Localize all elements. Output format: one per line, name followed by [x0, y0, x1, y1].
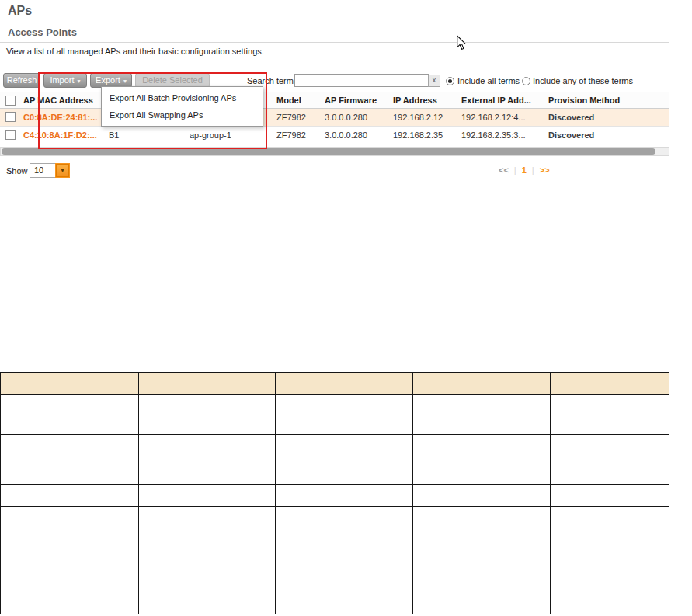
include-any-terms-radio[interactable]: [522, 77, 530, 85]
select-all-checkbox[interactable]: [5, 96, 16, 106]
cell-ap-mac[interactable]: C4:10:8A:1F:D2:...: [23, 131, 97, 140]
refresh-button[interactable]: Refresh: [3, 73, 40, 88]
pager-current-page[interactable]: 1: [522, 165, 527, 175]
empty-header-cell: [1, 373, 139, 395]
page-size-value: 10: [34, 165, 43, 175]
chevron-down-icon: ▾: [78, 78, 81, 85]
cell-model: ZF7982: [276, 113, 306, 122]
empty-header-cell: [139, 373, 276, 395]
pager-last-button[interactable]: >>: [540, 165, 550, 175]
include-all-terms-radio[interactable]: [446, 77, 454, 85]
empty-cell: [1, 485, 139, 507]
empty-cell: [551, 435, 669, 485]
row-checkbox[interactable]: [5, 130, 16, 140]
cell-ip-address: 192.168.2.12: [393, 113, 443, 122]
empty-table: [0, 372, 669, 614]
import-button-label: Import: [50, 75, 74, 85]
empty-cell: [276, 485, 413, 507]
col-ap-mac-address[interactable]: AP MAC Address: [23, 96, 93, 105]
clear-search-button[interactable]: x: [428, 75, 440, 87]
empty-cell: [139, 435, 276, 485]
empty-cell: [413, 507, 551, 531]
pager-separator: |: [514, 165, 516, 175]
empty-cell: [551, 531, 669, 614]
col-model[interactable]: Model: [276, 96, 301, 105]
empty-table-row: [1, 531, 669, 614]
row-checkbox[interactable]: [5, 112, 16, 122]
empty-header-cell: [551, 373, 669, 395]
empty-cell: [413, 435, 551, 485]
section-title: Access Points: [8, 26, 77, 38]
horizontal-scrollbar-thumb[interactable]: [2, 148, 655, 155]
section-divider: [0, 42, 669, 43]
page-size-select[interactable]: 10 ▾: [30, 163, 70, 178]
table-row[interactable]: C4:10:8A:1F:D2:... B1 ap-group-1 ZF7982 …: [0, 127, 669, 144]
empty-cell: [276, 531, 413, 614]
empty-cell: [551, 485, 669, 507]
empty-cell: [1, 395, 139, 435]
empty-cell: [276, 395, 413, 435]
empty-cell: [551, 507, 669, 531]
empty-table-row: [1, 435, 669, 485]
cell-external-ip: 192.168.2.12:4...: [461, 113, 526, 122]
col-ip-address[interactable]: IP Address: [393, 96, 437, 105]
aps-page: APs Access Points View a list of all man…: [0, 0, 692, 616]
cell-model: ZF7982: [276, 131, 306, 140]
empty-cell: [413, 531, 551, 614]
empty-cell: [1, 435, 139, 485]
col-external-ip[interactable]: External IP Add...: [461, 96, 531, 105]
empty-header-cell: [276, 373, 413, 395]
include-any-terms-label: Include any of these terms: [533, 76, 633, 85]
export-button-label: Export: [96, 75, 120, 85]
export-dropdown-menu: Export All Batch Provisioning APs Export…: [101, 86, 263, 127]
cell-external-ip: 192.168.2.35:3...: [461, 131, 526, 140]
page-title: APs: [8, 4, 32, 18]
empty-cell: [139, 531, 276, 614]
cell-firmware: 3.0.0.0.280: [325, 113, 367, 122]
empty-header-cell: [413, 373, 551, 395]
chevron-down-icon: ▾: [123, 78, 127, 85]
empty-cell: [276, 435, 413, 485]
empty-cell: [551, 395, 669, 435]
mouse-cursor-icon: [455, 35, 468, 50]
col-provision-method[interactable]: Provision Method: [548, 96, 620, 105]
cell-ap-group: ap-group-1: [190, 131, 231, 140]
pager-separator: |: [532, 165, 534, 175]
cell-ap-mac[interactable]: C0:8A:DE:24:81:...: [23, 113, 97, 122]
include-all-terms-label: Include all terms: [457, 76, 520, 85]
empty-cell: [139, 485, 276, 507]
empty-cell: [1, 531, 139, 614]
menu-item-export-batch-provisioning[interactable]: Export All Batch Provisioning APs: [102, 89, 263, 106]
col-ap-firmware[interactable]: AP Firmware: [325, 96, 377, 105]
empty-table-header-row: [1, 373, 669, 395]
pager-first-button[interactable]: <<: [499, 165, 509, 175]
empty-table-row: [1, 507, 669, 531]
empty-cell: [1, 507, 139, 531]
cell-provision-method: Discovered: [548, 113, 594, 122]
empty-cell: [276, 507, 413, 531]
section-description: View a list of all managed APs and their…: [6, 47, 264, 56]
chevron-down-icon[interactable]: ▾: [56, 164, 69, 177]
empty-table-row: [1, 395, 669, 435]
cell-device-name: B1: [109, 131, 119, 140]
pagination: << | 1 | >>: [499, 165, 550, 175]
empty-cell: [413, 485, 551, 507]
import-button[interactable]: Import▾: [43, 73, 87, 88]
empty-table-row: [1, 485, 669, 507]
search-input[interactable]: [294, 74, 429, 87]
empty-cell: [139, 395, 276, 435]
cell-ip-address: 192.168.2.35: [393, 131, 443, 140]
show-label: Show: [6, 166, 28, 176]
empty-cell: [139, 507, 276, 531]
cell-firmware: 3.0.0.0.280: [325, 131, 367, 140]
search-terms-label: Search terms:: [247, 76, 300, 85]
empty-cell: [413, 395, 551, 435]
cell-provision-method: Discovered: [548, 131, 594, 140]
menu-item-export-swapping[interactable]: Export All Swapping APs: [102, 106, 263, 124]
